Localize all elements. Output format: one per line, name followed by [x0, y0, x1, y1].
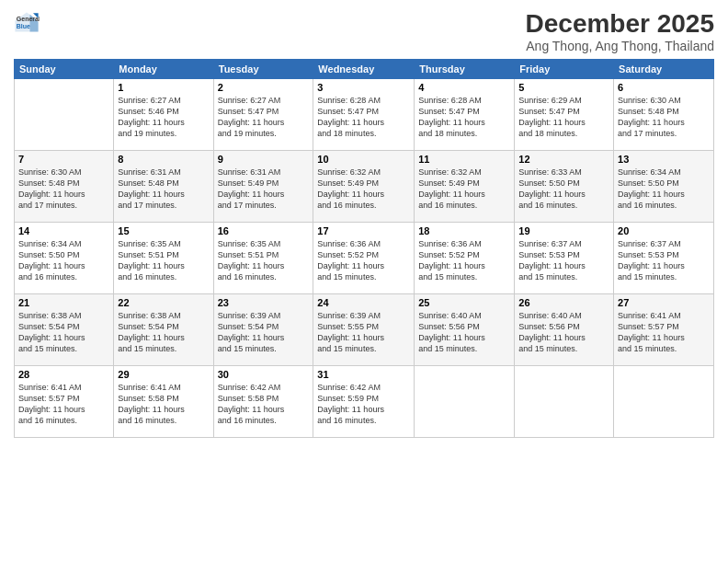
calendar-cell [614, 366, 714, 438]
calendar-cell: 28Sunrise: 6:41 AM Sunset: 5:57 PM Dayli… [15, 366, 114, 438]
calendar-cell: 6Sunrise: 6:30 AM Sunset: 5:48 PM Daylig… [614, 79, 714, 151]
day-info: Sunrise: 6:37 AM Sunset: 5:53 PM Dayligh… [518, 238, 609, 283]
day-number: 7 [18, 154, 109, 165]
day-info: Sunrise: 6:40 AM Sunset: 5:56 PM Dayligh… [518, 310, 609, 355]
day-info: Sunrise: 6:28 AM Sunset: 5:47 PM Dayligh… [418, 95, 510, 140]
day-number: 18 [418, 225, 510, 236]
day-number: 16 [218, 225, 310, 236]
calendar-cell: 8Sunrise: 6:31 AM Sunset: 5:48 PM Daylig… [114, 151, 213, 223]
day-info: Sunrise: 6:31 AM Sunset: 5:49 PM Dayligh… [218, 167, 310, 212]
day-number: 28 [18, 369, 109, 380]
day-info: Sunrise: 6:40 AM Sunset: 5:56 PM Dayligh… [418, 310, 510, 355]
calendar-week-row: 21Sunrise: 6:38 AM Sunset: 5:54 PM Dayli… [15, 294, 714, 366]
day-info: Sunrise: 6:33 AM Sunset: 5:50 PM Dayligh… [518, 167, 609, 212]
weekday-header-tuesday: Tuesday [213, 60, 313, 79]
day-number: 3 [317, 82, 410, 93]
day-number: 8 [118, 154, 209, 165]
day-number: 10 [317, 154, 410, 165]
calendar-cell: 13Sunrise: 6:34 AM Sunset: 5:50 PM Dayli… [614, 151, 714, 223]
day-info: Sunrise: 6:34 AM Sunset: 5:50 PM Dayligh… [618, 167, 710, 212]
calendar-week-row: 1Sunrise: 6:27 AM Sunset: 5:46 PM Daylig… [15, 79, 714, 151]
day-number: 12 [518, 154, 609, 165]
calendar-cell: 22Sunrise: 6:38 AM Sunset: 5:54 PM Dayli… [114, 294, 213, 366]
weekday-header-thursday: Thursday [415, 60, 515, 79]
calendar-cell: 7Sunrise: 6:30 AM Sunset: 5:48 PM Daylig… [15, 151, 114, 223]
day-info: Sunrise: 6:35 AM Sunset: 5:51 PM Dayligh… [218, 238, 310, 283]
calendar-cell: 29Sunrise: 6:41 AM Sunset: 5:58 PM Dayli… [114, 366, 213, 438]
day-info: Sunrise: 6:41 AM Sunset: 5:57 PM Dayligh… [18, 382, 109, 427]
day-info: Sunrise: 6:31 AM Sunset: 5:48 PM Dayligh… [118, 167, 209, 212]
day-number: 20 [618, 225, 710, 236]
day-info: Sunrise: 6:29 AM Sunset: 5:47 PM Dayligh… [518, 95, 609, 140]
weekday-header-wednesday: Wednesday [313, 60, 415, 79]
logo: General Blue [14, 9, 40, 35]
logo-icon: General Blue [14, 9, 40, 35]
calendar-cell: 25Sunrise: 6:40 AM Sunset: 5:56 PM Dayli… [415, 294, 515, 366]
calendar-cell [415, 366, 515, 438]
day-info: Sunrise: 6:27 AM Sunset: 5:47 PM Dayligh… [218, 95, 310, 140]
day-number: 4 [418, 82, 510, 93]
calendar-cell: 30Sunrise: 6:42 AM Sunset: 5:58 PM Dayli… [213, 366, 313, 438]
calendar-cell [15, 79, 114, 151]
calendar-cell: 14Sunrise: 6:34 AM Sunset: 5:50 PM Dayli… [15, 223, 114, 294]
calendar-cell: 3Sunrise: 6:28 AM Sunset: 5:47 PM Daylig… [313, 79, 415, 151]
day-number: 24 [317, 297, 410, 308]
calendar-cell: 16Sunrise: 6:35 AM Sunset: 5:51 PM Dayli… [213, 223, 313, 294]
calendar-cell: 23Sunrise: 6:39 AM Sunset: 5:54 PM Dayli… [213, 294, 313, 366]
day-info: Sunrise: 6:32 AM Sunset: 5:49 PM Dayligh… [418, 167, 510, 212]
weekday-header-friday: Friday [515, 60, 614, 79]
calendar-week-row: 14Sunrise: 6:34 AM Sunset: 5:50 PM Dayli… [15, 223, 714, 294]
day-info: Sunrise: 6:32 AM Sunset: 5:49 PM Dayligh… [317, 167, 410, 212]
calendar-week-row: 7Sunrise: 6:30 AM Sunset: 5:48 PM Daylig… [15, 151, 714, 223]
day-number: 19 [518, 225, 609, 236]
day-info: Sunrise: 6:39 AM Sunset: 5:54 PM Dayligh… [218, 310, 310, 355]
calendar-cell: 12Sunrise: 6:33 AM Sunset: 5:50 PM Dayli… [515, 151, 614, 223]
day-number: 5 [518, 82, 609, 93]
calendar-page: General Blue December 2025 Ang Thong, An… [0, 0, 728, 563]
day-info: Sunrise: 6:39 AM Sunset: 5:55 PM Dayligh… [317, 310, 410, 355]
day-number: 26 [518, 297, 609, 308]
calendar-cell: 11Sunrise: 6:32 AM Sunset: 5:49 PM Dayli… [415, 151, 515, 223]
day-number: 15 [118, 225, 209, 236]
calendar-cell: 2Sunrise: 6:27 AM Sunset: 5:47 PM Daylig… [213, 79, 313, 151]
day-number: 23 [218, 297, 310, 308]
calendar-cell: 21Sunrise: 6:38 AM Sunset: 5:54 PM Dayli… [15, 294, 114, 366]
day-info: Sunrise: 6:34 AM Sunset: 5:50 PM Dayligh… [18, 238, 109, 283]
day-info: Sunrise: 6:28 AM Sunset: 5:47 PM Dayligh… [317, 95, 410, 140]
day-number: 11 [418, 154, 510, 165]
day-number: 31 [317, 369, 410, 380]
calendar-cell: 9Sunrise: 6:31 AM Sunset: 5:49 PM Daylig… [213, 151, 313, 223]
calendar-cell: 17Sunrise: 6:36 AM Sunset: 5:52 PM Dayli… [313, 223, 415, 294]
day-number: 27 [618, 297, 710, 308]
day-number: 13 [618, 154, 710, 165]
title-block: December 2025 Ang Thong, Ang Thong, Thai… [526, 9, 714, 53]
calendar-cell: 18Sunrise: 6:36 AM Sunset: 5:52 PM Dayli… [415, 223, 515, 294]
calendar-cell: 15Sunrise: 6:35 AM Sunset: 5:51 PM Dayli… [114, 223, 213, 294]
calendar-cell [515, 366, 614, 438]
calendar-cell: 1Sunrise: 6:27 AM Sunset: 5:46 PM Daylig… [114, 79, 213, 151]
calendar-cell: 10Sunrise: 6:32 AM Sunset: 5:49 PM Dayli… [313, 151, 415, 223]
day-info: Sunrise: 6:30 AM Sunset: 5:48 PM Dayligh… [18, 167, 109, 212]
day-number: 1 [118, 82, 209, 93]
calendar-cell: 31Sunrise: 6:42 AM Sunset: 5:59 PM Dayli… [313, 366, 415, 438]
calendar-cell: 5Sunrise: 6:29 AM Sunset: 5:47 PM Daylig… [515, 79, 614, 151]
calendar-cell: 4Sunrise: 6:28 AM Sunset: 5:47 PM Daylig… [415, 79, 515, 151]
day-info: Sunrise: 6:41 AM Sunset: 5:57 PM Dayligh… [618, 310, 710, 355]
month-title: December 2025 [526, 9, 714, 39]
day-number: 21 [18, 297, 109, 308]
day-info: Sunrise: 6:35 AM Sunset: 5:51 PM Dayligh… [118, 238, 209, 283]
day-info: Sunrise: 6:36 AM Sunset: 5:52 PM Dayligh… [418, 238, 510, 283]
calendar-table: SundayMondayTuesdayWednesdayThursdayFrid… [14, 59, 714, 438]
day-info: Sunrise: 6:36 AM Sunset: 5:52 PM Dayligh… [317, 238, 410, 283]
day-number: 17 [317, 225, 410, 236]
weekday-header-saturday: Saturday [614, 60, 714, 79]
location-title: Ang Thong, Ang Thong, Thailand [526, 39, 714, 53]
calendar-week-row: 28Sunrise: 6:41 AM Sunset: 5:57 PM Dayli… [15, 366, 714, 438]
day-info: Sunrise: 6:38 AM Sunset: 5:54 PM Dayligh… [18, 310, 109, 355]
header: General Blue December 2025 Ang Thong, An… [14, 9, 714, 53]
calendar-cell: 27Sunrise: 6:41 AM Sunset: 5:57 PM Dayli… [614, 294, 714, 366]
calendar-cell: 24Sunrise: 6:39 AM Sunset: 5:55 PM Dayli… [313, 294, 415, 366]
day-number: 25 [418, 297, 510, 308]
calendar-cell: 19Sunrise: 6:37 AM Sunset: 5:53 PM Dayli… [515, 223, 614, 294]
weekday-header-monday: Monday [114, 60, 213, 79]
